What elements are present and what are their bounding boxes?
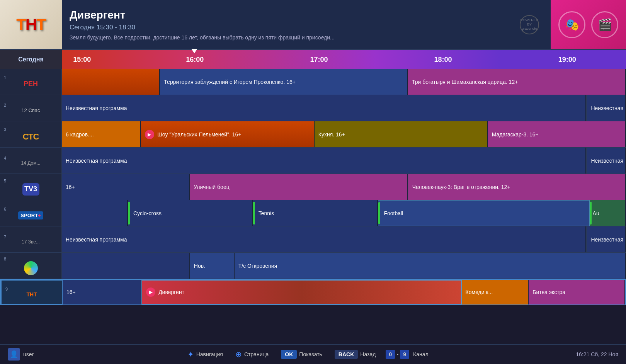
program-description: Земля будущего. Все подростки, достигшие… [70, 34, 500, 41]
channel-cell-6[interactable]: 6 SPORT+ [0, 200, 62, 226]
program-block[interactable] [62, 69, 160, 95]
program-block[interactable]: Битва экстра [529, 280, 625, 304]
program-block[interactable]: 16+ [62, 174, 190, 200]
program-block[interactable]: 16+ [63, 280, 141, 304]
channel-cell-8[interactable]: 8 [0, 253, 62, 279]
program-block[interactable]: 6 кадров.... [62, 121, 141, 147]
program-block[interactable]: Человек-паук-3: Враг в отражении. 12+ [408, 174, 626, 200]
program-block[interactable]: Cyclo-cross [128, 200, 253, 226]
channel-number-6: 6 [2, 207, 6, 211]
programs-row-7: Неизвестная программа Неизвестная [62, 226, 626, 252]
play-icon: ▶ [145, 130, 154, 139]
program-block[interactable]: Au [590, 200, 626, 226]
channel-row-8: 8 Нов. Т/с Откровения [0, 253, 626, 279]
channel-label: Канал [413, 351, 429, 357]
program-block[interactable]: Т/с Откровения [235, 253, 626, 279]
channel-cell-3[interactable]: 3 СТС [0, 121, 62, 147]
program-block[interactable]: Неизвестная программа [62, 148, 586, 173]
sport-logo: SPORT+ [18, 211, 43, 219]
status-bar: 👤 user ✦ Навигация ⊕ Страница OK Показат… [0, 344, 626, 364]
time-19: 19:00 [558, 50, 576, 69]
zve-logo: 17 Зве... [22, 239, 40, 245]
programs-row-5: 16+ Уличный боец Человек-паук-3: Враг в … [62, 174, 626, 200]
orbit-logo [24, 261, 38, 275]
ren-logo: РЕН [24, 80, 38, 88]
nav-button[interactable]: ✦ Навигация [181, 348, 229, 361]
ok-label: OK [281, 350, 297, 359]
ok-show-button[interactable]: OK Показать [275, 348, 328, 361]
program-block[interactable]: Tennis [253, 200, 378, 226]
programs-row-9: 16+ ▶ Дивергент Комеди к... Битва экстра [63, 280, 625, 304]
nav-label: Навигация [196, 351, 223, 357]
programs-row-6: Cyclo-cross Tennis Football Au [62, 200, 626, 226]
navigation-icon: ✦ [187, 350, 194, 359]
channel-range: 0 - 9 Канал [386, 350, 428, 359]
page-icon: ⊕ [235, 350, 242, 359]
channel-number-4: 4 [2, 156, 6, 160]
username: user [23, 351, 34, 357]
page-button[interactable]: ⊕ Страница [229, 348, 275, 361]
current-time-pointer [191, 49, 197, 53]
program-block[interactable]: ▶ Шоу "Уральских Пельменей". 16+ [141, 121, 315, 147]
page-label: Страница [244, 351, 269, 357]
programs-row-1: Территория заблуждений с Игорем Прокопен… [62, 69, 626, 95]
user-icon: 👤 [8, 348, 20, 361]
program-block[interactable]: Уличный боец [190, 174, 407, 200]
channel-cell-2[interactable]: 2 12 Спас [0, 95, 62, 121]
channel-cell-4[interactable]: 4 14 Дом... [0, 148, 62, 173]
program-football[interactable]: Football [378, 200, 589, 226]
tnt-logo-row: ТНТ [26, 291, 37, 298]
channel-number-1: 1 [2, 75, 6, 80]
channel-row-2: 2 12 Спас Неизвестная программа Неизвест… [0, 95, 626, 121]
time-15: 15:00 [73, 50, 91, 69]
current-time: 16:21 Сб, 22 Ноя [576, 351, 618, 357]
gracenote-icon: POWERED BYgracenote [520, 15, 539, 34]
programs-row-2: Неизвестная программа Неизвестная [62, 95, 626, 121]
back-button[interactable]: BACK Назад [328, 348, 382, 361]
gracenote-logo: POWERED BYgracenote [508, 0, 551, 49]
program-block[interactable]: Нов. [190, 253, 235, 279]
programs-row-8: Нов. Т/с Откровения [62, 253, 626, 279]
drama-icon[interactable]: 🎭 [558, 11, 585, 38]
channel-max: 9 [400, 350, 409, 359]
program-block[interactable]: Комеди к... [462, 280, 529, 304]
channel-number-8: 8 [2, 257, 6, 261]
channel-cell-1[interactable]: 1 РЕН [0, 69, 62, 95]
program-block[interactable]: Неизвестная [586, 226, 626, 252]
program-block[interactable]: Неизвестная [586, 95, 626, 121]
program-block[interactable] [62, 200, 128, 226]
timeline: Сегодня 15:00 16:00 17:00 18:00 19:00 [0, 50, 626, 69]
program-divergent-selected[interactable]: ▶ Дивергент [141, 280, 461, 304]
program-block[interactable]: Неизвестная программа [62, 95, 586, 121]
program-block[interactable]: Три богатыря и Шамаханская царица. 12+ [408, 69, 626, 95]
channel-number-5: 5 [2, 179, 6, 183]
channel-cell-7[interactable]: 7 17 Зве... [0, 226, 62, 252]
dom-logo: 14 Дом... [21, 160, 41, 166]
program-block[interactable]: Кухня. 16+ [315, 121, 488, 147]
film-icon[interactable]: 🎬 [591, 11, 618, 38]
time-18: 18:00 [434, 50, 452, 69]
program-block[interactable]: Неизвестная [586, 148, 626, 173]
channel-row-9: 9 ТНТ 16+ ▶ Дивергент Комеди к... Битва … [0, 279, 626, 305]
header: ТНТ Дивергент Сегодня 15:30 - 18:30 Земл… [0, 0, 626, 50]
channel-cell-5[interactable]: 5 TV3 [0, 174, 62, 200]
program-block[interactable] [62, 253, 190, 279]
sport-accent [253, 202, 255, 225]
time-17: 17:00 [310, 50, 328, 69]
program-block[interactable]: Неизвестная программа [62, 226, 586, 252]
tv3-logo: TV3 [22, 183, 39, 196]
header-info: Дивергент Сегодня 15:30 - 18:30 Земля бу… [62, 0, 508, 49]
channel-min: 0 [386, 350, 395, 359]
programs-row-4: Неизвестная программа Неизвестная [62, 148, 626, 173]
channel-row-5: 5 TV3 16+ Уличный боец Человек-паук-3: В… [0, 174, 626, 200]
channel-row-6: 6 SPORT+ Cyclo-cross Tennis Football Au [0, 200, 626, 226]
show-label: Показать [299, 351, 322, 357]
channel-cell-9[interactable]: 9 ТНТ [1, 280, 63, 304]
header-category-icons: 🎭 🎬 [551, 0, 626, 49]
sport-accent [590, 202, 592, 225]
program-time: Сегодня 15:30 - 18:30 [70, 24, 500, 31]
user-info: 👤 user [8, 348, 34, 361]
program-block[interactable]: Территория заблуждений с Игорем Прокопен… [160, 69, 408, 95]
tnt-logo-text: ТНТ [16, 15, 46, 34]
program-block[interactable]: Мадагаскар-3. 16+ [488, 121, 626, 147]
